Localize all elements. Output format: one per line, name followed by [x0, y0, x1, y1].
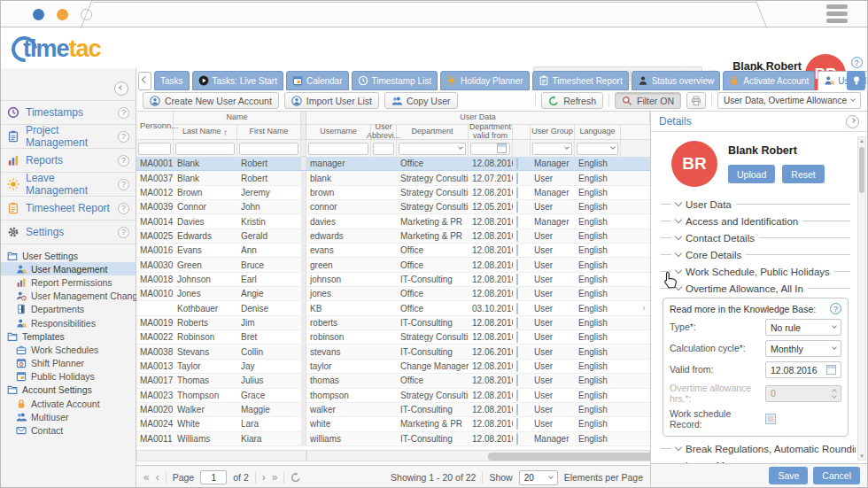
filter-on-button[interactable]: Filter ON: [615, 92, 681, 109]
column-header-abbrev[interactable]: User Abbrevi...: [371, 125, 397, 140]
column-header-last-name[interactable]: Last Name ↑: [174, 125, 237, 140]
details-expand-button[interactable]: [846, 115, 859, 128]
table-row-MA0016[interactable]: MA0016EvansAnnevansOffice12.08.2016UserE…: [136, 244, 650, 258]
filter-department-select[interactable]: [399, 143, 466, 155]
table-row-MA0001[interactable]: MA0001BlankRobertmanagerOffice12.08.2016…: [136, 157, 650, 171]
table-row-MA0019[interactable]: MA0019RobertsJimrobertsIT-Consulting12.0…: [136, 316, 650, 330]
window-dot-yellow[interactable]: [57, 9, 68, 20]
panel-expander-icon[interactable]: ›: [642, 302, 646, 313]
page-size-select[interactable]: 20: [519, 470, 558, 485]
sidebar-tree-departments[interactable]: Departments: [1, 303, 136, 316]
table-row-kothbauer[interactable]: KothbauerDeniseKBOffice03.10.2016UserEng…: [136, 301, 650, 315]
table-row-MA0017[interactable]: MA0017ThomasJuliusthomasOffice12.08.2016…: [136, 374, 650, 388]
table-row-MA0010[interactable]: MA0010JonesAngiejonesOffice12.08.2016Use…: [136, 287, 650, 301]
tab-timestamp-list[interactable]: Timestamp List: [352, 71, 438, 90]
column-header-department[interactable]: Department: [397, 125, 469, 140]
sidebar-item-timestamps[interactable]: Timestamps?: [1, 101, 136, 125]
table-row-MA0037[interactable]: MA0037BlankRobertblankStrategy Consultin…: [136, 171, 650, 185]
table-row-MA0022[interactable]: MA0022RobinsonBretrobinsonStrategy Consu…: [136, 330, 650, 345]
next-page-button[interactable]: ›: [262, 472, 266, 483]
column-header-language[interactable]: Language: [575, 125, 621, 140]
filter-username-input[interactable]: [308, 143, 368, 155]
tab-calendar[interactable]: Calendar: [286, 71, 349, 90]
column-header-valid-from[interactable]: Department valid from: [469, 125, 513, 140]
sidebar-tree-user-management[interactable]: User Management: [1, 262, 136, 275]
table-row-MA0024[interactable]: MA0024WhiteLarawhiteMarketing & PR12.08.…: [136, 417, 650, 431]
help-icon[interactable]: ?: [118, 227, 129, 238]
filter-user-group-select[interactable]: [532, 143, 572, 155]
sidebar-tree-contact[interactable]: Contact: [1, 423, 136, 437]
section-leave-management[interactable]: Leave Management: [661, 457, 850, 463]
section-overtime-allowance[interactable]: Overtime Allowance, All In: [661, 280, 850, 297]
table-row-MA0011[interactable]: MA0011WilliamsKiarawilliamsIT-Consulting…: [136, 432, 650, 446]
select-control[interactable]: No rule: [765, 319, 841, 336]
sidebar-tree-multiuser[interactable]: Multiuser: [1, 410, 136, 423]
section-break-regulations-automatic-rounding[interactable]: Break Regulations, Automatic Rounding: [661, 440, 850, 457]
tab-holiday-planner[interactable]: Holiday Planner: [440, 71, 530, 90]
create-user-button[interactable]: Create New User Account: [143, 92, 279, 109]
help-icon[interactable]: ?: [851, 57, 863, 68]
sidebar-collapse-button[interactable]: [114, 81, 128, 96]
import-user-list-button[interactable]: Import User List: [284, 92, 379, 109]
reload-grid-icon[interactable]: [291, 472, 301, 483]
sidebar-tree-work-schedules[interactable]: Work Schedules: [1, 343, 136, 356]
section-user-data[interactable]: User Data: [661, 196, 850, 213]
sidebar-item-settings[interactable]: Settings?: [1, 221, 136, 244]
sidebar-tree-templates[interactable]: Templates: [1, 329, 136, 343]
column-header-user-group[interactable]: User Group: [531, 125, 575, 140]
table-row-MA0012[interactable]: MA0012BrownJeremybrownStrategy Consultin…: [136, 186, 650, 200]
select-control[interactable]: Monthly: [765, 340, 841, 357]
column-header-personnel[interactable]: Personn...: [136, 112, 174, 140]
help-icon[interactable]: ?: [118, 107, 129, 119]
date-control[interactable]: 12.08.2016: [765, 361, 841, 378]
table-row-MA0023[interactable]: MA0023ThompsonGracethompsonStrategy Cons…: [136, 389, 650, 403]
section-access-and-identification[interactable]: Access and Identification: [661, 213, 850, 229]
table-row-MA0013[interactable]: MA0013TaylorJaytaylorChange Management12…: [136, 360, 650, 374]
table-row-MA0039[interactable]: MA0039ConnorJohnconnorStrategy Consultin…: [136, 200, 650, 214]
sidebar-tree-report-permissions[interactable]: Report Permissions: [1, 275, 136, 289]
table-row-MA0020[interactable]: MA0020WalkerMaggiewalkerIT-Consulting12.…: [136, 403, 650, 417]
main-hscroll-track[interactable]: [306, 450, 650, 461]
sidebar-tree-shift-planner[interactable]: Shift Planner: [1, 357, 136, 370]
help-icon[interactable]: ?: [118, 131, 129, 143]
column-header-first-name[interactable]: First Name: [237, 125, 301, 140]
tab-tasks-live-start[interactable]: Tasks: Live Start: [192, 71, 283, 90]
help-icon[interactable]: ?: [118, 155, 129, 167]
sidebar-tree-responsibilities[interactable]: Responsibilities: [1, 316, 136, 329]
hamburger-menu-icon[interactable]: [826, 4, 848, 26]
table-row-MA0014[interactable]: MA0014DaviesKristindaviesMarketing & PR1…: [136, 214, 650, 229]
tab-status-overview[interactable]: Status overview: [632, 71, 721, 90]
help-icon[interactable]: ?: [118, 179, 129, 190]
cancel-button[interactable]: Cancel: [813, 467, 860, 484]
window-dot-blue[interactable]: [33, 9, 44, 20]
work-schedule-record-checkbox[interactable]: [765, 414, 776, 424]
section-contact-details[interactable]: Contact Details: [661, 229, 850, 246]
sidebar-tree-user-management-changelog[interactable]: User Management Changelog: [1, 290, 136, 303]
sidebar-tree-activate-account[interactable]: Activate Account: [1, 397, 136, 410]
number-control[interactable]: 0: [765, 385, 841, 402]
print-button[interactable]: [686, 92, 706, 109]
tab-activate-account[interactable]: Activate Account: [723, 71, 815, 90]
section-work-schedule-public-holidays[interactable]: Work Schedule, Public Holidays: [661, 263, 850, 280]
sidebar-item-project-management[interactable]: Project Management?: [1, 125, 136, 149]
sidebar-item-timesheet-report[interactable]: Timesheet Report?: [1, 197, 136, 221]
sidebar-tree-account-settings[interactable]: Account Settings: [1, 383, 136, 397]
details-scrollbar[interactable]: ▲ ▼: [857, 136, 866, 461]
tab-tasks[interactable]: Tasks: [154, 71, 190, 90]
tab-scroll-left-button[interactable]: [138, 72, 151, 90]
frozen-hscroll-track[interactable]: [136, 450, 306, 461]
view-selector-dropdown[interactable]: User Data, Overtime Allowance, All: [717, 92, 861, 109]
prev-page-button[interactable]: ‹: [156, 472, 159, 483]
kb-help-icon[interactable]: ?: [830, 303, 841, 314]
table-row-MA0038[interactable]: MA0038StevansCollinstevansIT-Consulting1…: [136, 345, 650, 359]
filter-last-name-input[interactable]: [175, 143, 235, 155]
sidebar-item-leave-management[interactable]: Leave Management?: [1, 173, 136, 197]
table-row-MA0030[interactable]: MA0030GreenBrucegreenOffice12.08.2016Use…: [136, 258, 650, 272]
reset-button[interactable]: Reset: [782, 165, 824, 183]
upload-button[interactable]: Upload: [728, 165, 775, 183]
details-scroll-thumb[interactable]: [859, 147, 864, 193]
table-row-MA0018[interactable]: MA0018JohnsonEarljohnsonIT-Consulting12.…: [136, 273, 650, 287]
help-icon[interactable]: ?: [118, 203, 129, 214]
filter-abbrev-input[interactable]: [373, 143, 394, 155]
sidebar-tree-user-settings[interactable]: User Settings: [1, 249, 136, 262]
